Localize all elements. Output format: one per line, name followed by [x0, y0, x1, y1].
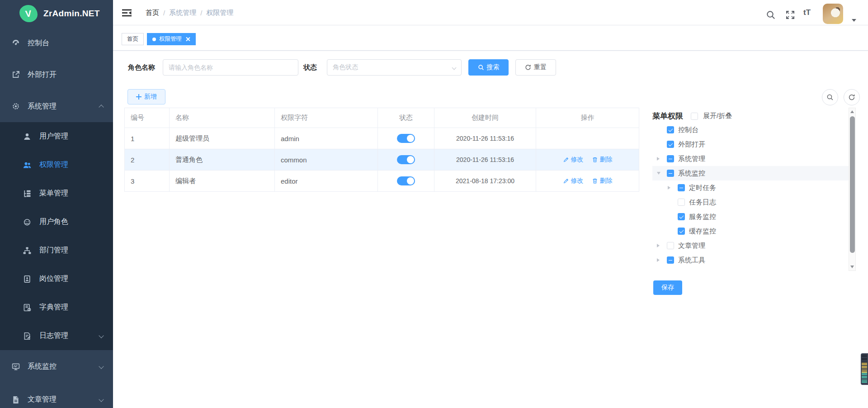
tree-node[interactable]: 系统工具	[652, 253, 849, 267]
scroll-down-icon[interactable]	[850, 266, 854, 268]
role-name-input[interactable]	[163, 59, 298, 76]
tab-home[interactable]: 首页	[122, 33, 144, 45]
cell-actions: 修改 删除	[536, 171, 639, 192]
caret-down-icon[interactable]	[657, 172, 667, 175]
sidebar-item-post-management[interactable]: 岗位管理	[0, 265, 113, 293]
checkbox-indeterminate-icon[interactable]	[667, 155, 674, 162]
tree-node[interactable]: 缓存监控	[652, 224, 849, 238]
checkbox-indeterminate-icon[interactable]	[678, 184, 685, 191]
tree-node-label[interactable]: 服务监控	[689, 213, 716, 221]
header-search-icon[interactable]	[766, 10, 776, 20]
tree-node-selected[interactable]: 系统监控	[652, 166, 849, 180]
chevron-down-icon	[452, 66, 457, 70]
edit-link[interactable]: 修改	[563, 177, 584, 185]
chevron-down-icon	[99, 397, 104, 402]
tree-node-label[interactable]: 任务日志	[689, 198, 716, 207]
cell-id: 3	[125, 171, 170, 192]
sidebar-item-user-management[interactable]: 用户管理	[0, 122, 113, 151]
search-button[interactable]: 搜索	[468, 59, 509, 76]
delete-link[interactable]: 删除	[592, 156, 613, 164]
tree-node[interactable]: 定时任务	[652, 180, 849, 195]
checkbox-checked-icon[interactable]	[678, 228, 685, 235]
sidebar-item-menu-management[interactable]: 菜单管理	[0, 179, 113, 208]
checkbox-icon[interactable]	[691, 113, 698, 120]
sidebar-item-role-management[interactable]: 权限管理	[0, 151, 113, 179]
fullscreen-icon[interactable]	[785, 10, 795, 20]
sidebar-item-label: 权限管理	[39, 160, 68, 170]
show-search-toggle-button[interactable]	[822, 89, 838, 105]
user-avatar[interactable]	[823, 4, 843, 24]
sidebar-item-dashboard[interactable]: 控制台	[0, 27, 113, 59]
checkbox-unchecked-icon[interactable]	[678, 199, 685, 206]
tree-node[interactable]: 文章管理	[652, 238, 849, 253]
checkbox-checked-icon[interactable]	[678, 213, 685, 220]
menu-permission-tree: 控制台 外部打开 系统管理 系统监控 定时任务 任务日志 服务监控 缓存监控 文	[652, 123, 849, 267]
status-toggle[interactable]	[397, 176, 415, 185]
tab-label: 首页	[127, 35, 138, 43]
tree-node[interactable]: 外部打开	[652, 137, 849, 152]
column-header: 状态	[378, 108, 434, 128]
breadcrumb-separator: /	[200, 9, 202, 17]
sidebar-item-department-management[interactable]: 部门管理	[0, 236, 113, 265]
checkbox-unchecked-icon[interactable]	[667, 242, 674, 249]
sidebar-item-log-management[interactable]: 日志管理	[0, 322, 113, 350]
tags-view-bar: 首页 权限管理	[113, 25, 868, 51]
tree-node-label[interactable]: 系统工具	[678, 256, 705, 265]
status-select[interactable]: 角色状态	[327, 59, 462, 76]
breadcrumb-item-home[interactable]: 首页	[146, 9, 159, 17]
tree-node-label[interactable]: 缓存监控	[689, 227, 716, 236]
sidebar-item-external-open[interactable]: 外部打开	[0, 59, 113, 90]
sidebar-item-system-monitor[interactable]: 系统监控	[0, 350, 113, 383]
org-chart-icon	[23, 246, 32, 255]
checkbox-indeterminate-icon[interactable]	[667, 170, 674, 177]
monitor-icon	[11, 362, 20, 371]
tree-node-label[interactable]: 系统监控	[678, 169, 705, 178]
checkbox-checked-icon[interactable]	[667, 126, 674, 133]
checkbox-indeterminate-icon[interactable]	[667, 256, 674, 264]
sidebar-item-dict-management[interactable]: 字典管理	[0, 293, 113, 322]
tree-node[interactable]: 控制台	[652, 123, 849, 137]
meter-dark-segment	[862, 355, 867, 363]
sidebar-item-user-roles[interactable]: 用户角色	[0, 208, 113, 236]
sidebar-item-system-management[interactable]: 系统管理	[0, 90, 113, 122]
scrollbar-thumb[interactable]	[850, 116, 855, 253]
tree-node-label[interactable]: 文章管理	[678, 242, 705, 250]
topbar: 首页 / 系统管理 / 权限管理 tT	[113, 0, 868, 25]
refresh-table-button[interactable]	[844, 89, 860, 105]
checkbox-checked-icon[interactable]	[667, 141, 674, 148]
caret-right-icon[interactable]	[657, 244, 667, 247]
caret-right-icon[interactable]	[668, 186, 678, 190]
caret-down-icon[interactable]	[852, 19, 856, 22]
close-icon[interactable]	[185, 37, 190, 42]
status-toggle[interactable]	[397, 155, 415, 164]
edit-link[interactable]: 修改	[563, 156, 584, 164]
scroll-up-icon[interactable]	[850, 110, 854, 113]
sidebar-collapse-icon[interactable]	[122, 9, 132, 17]
caret-right-icon[interactable]	[657, 258, 667, 262]
tree-node-label[interactable]: 外部打开	[678, 140, 705, 149]
status-select-placeholder: 角色状态	[333, 63, 358, 71]
cell-name: 普通角色	[170, 149, 275, 171]
status-toggle[interactable]	[397, 134, 415, 143]
tree-node[interactable]: 任务日志	[652, 195, 849, 209]
delete-link[interactable]: 删除	[592, 177, 613, 185]
tree-node[interactable]: 系统管理	[652, 152, 849, 166]
caret-right-icon[interactable]	[657, 157, 667, 161]
cell-created: 2020-11-26 11:53:16	[434, 149, 536, 171]
tree-node-label[interactable]: 系统管理	[678, 155, 705, 163]
add-button[interactable]: 新增	[127, 89, 165, 104]
sidebar-item-article-management[interactable]: 文章管理	[0, 383, 113, 408]
expand-collapse-checkbox[interactable]: 展开/折叠	[691, 112, 732, 120]
breadcrumb-item-system[interactable]: 系统管理	[169, 9, 196, 17]
tree-node[interactable]: 服务监控	[652, 209, 849, 224]
performance-meter	[861, 353, 868, 385]
tree-node-label[interactable]: 定时任务	[689, 184, 716, 192]
font-size-icon[interactable]: tT	[803, 8, 811, 17]
app-logo[interactable]: V ZrAdmin.NET	[0, 0, 113, 27]
tab-role-management[interactable]: 权限管理	[147, 33, 196, 45]
tree-node-label[interactable]: 控制台	[678, 126, 698, 134]
reset-button[interactable]: 重置	[515, 59, 556, 76]
save-button[interactable]: 保存	[653, 280, 682, 295]
tree-scrollbar[interactable]	[849, 108, 856, 271]
search-form: 角色名称 状态 角色状态 搜索 重置	[128, 59, 556, 76]
